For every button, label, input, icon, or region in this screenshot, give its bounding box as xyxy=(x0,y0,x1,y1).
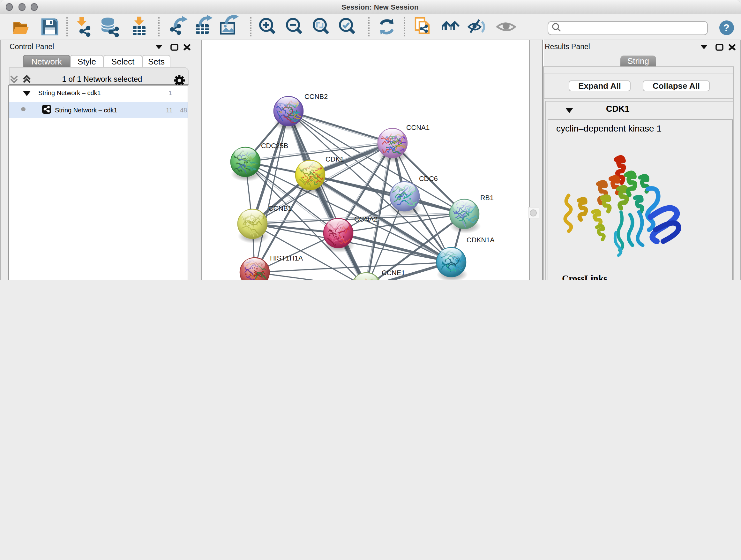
svg-text:CCNE1: CCNE1 xyxy=(382,268,405,276)
svg-text:RB1: RB1 xyxy=(480,193,494,201)
svg-text:CDC6: CDC6 xyxy=(419,174,438,182)
svg-text:CCNA1: CCNA1 xyxy=(406,123,429,131)
svg-text:HIST1H1A: HIST1H1A xyxy=(270,254,303,262)
svg-text:CDKN1A: CDKN1A xyxy=(467,236,495,244)
svg-text:CCNA2: CCNA2 xyxy=(354,215,378,223)
svg-text:CDC25B: CDC25B xyxy=(261,141,288,149)
svg-text:CDK1: CDK1 xyxy=(326,155,344,163)
svg-text:CCNB2: CCNB2 xyxy=(305,92,328,100)
svg-text:CCNB1: CCNB1 xyxy=(268,204,292,212)
